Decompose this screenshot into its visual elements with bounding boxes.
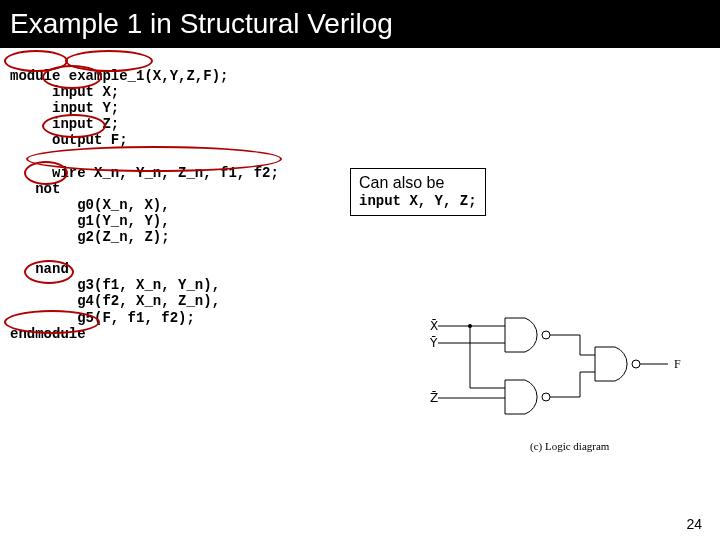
page-number: 24 [686,516,702,532]
note-box: Can also be input X, Y, Z; [350,168,486,216]
code-line: module example_1(X,Y,Z,F); [10,68,228,84]
label-f: F [674,357,681,371]
nand-gate-bottom [505,380,550,414]
nand-gate-top [505,318,550,352]
code-line: g3(f1, X_n, Y_n), [10,277,220,293]
code-line: output F; [10,132,128,148]
slide-title: Example 1 in Structural Verilog [0,0,720,48]
logic-diagram: X̄ Ȳ Z̄ F (c) Logic diagram [410,310,700,470]
code-line: g1(Y_n, Y), [10,213,170,229]
nand-gate-output [595,347,640,381]
slide-title-text: Example 1 in Structural Verilog [10,8,393,40]
code-line: nand [10,261,69,277]
verilog-code-block: module example_1(X,Y,Z,F); input X; inpu… [10,52,279,342]
code-line: wire X_n, Y_n, Z_n, f1, f2; [10,165,279,181]
code-line: not [10,181,60,197]
note-line2: input X, Y, Z; [359,193,477,211]
code-line: input X; [10,84,119,100]
label-y: Ȳ [429,336,438,350]
svg-point-6 [542,331,550,339]
code-line: input Z; [10,116,119,132]
label-x: X̄ [430,319,438,333]
diagram-caption: (c) Logic diagram [530,440,610,453]
svg-point-7 [542,393,550,401]
note-line1: Can also be [359,173,477,193]
code-line: g5(F, f1, f2); [10,310,195,326]
label-z: Z̄ [430,391,438,405]
code-line: g4(f2, X_n, Z_n), [10,293,220,309]
code-line: input Y; [10,100,119,116]
code-line: g0(X_n, X), [10,197,170,213]
svg-point-14 [632,360,640,368]
code-line: endmodule [10,326,86,342]
code-line: g2(Z_n, Z); [10,229,170,245]
